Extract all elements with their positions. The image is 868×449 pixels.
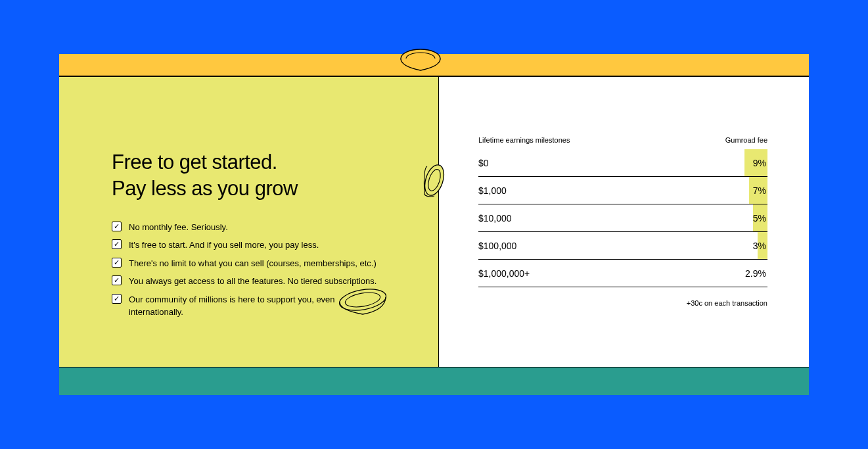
- feature-text: No monthly fee. Seriously.: [129, 221, 228, 234]
- fee-value: 2.9%: [745, 268, 767, 279]
- heading-line-2: Pay less as you grow: [112, 177, 298, 200]
- check-icon: [112, 222, 122, 231]
- bottom-stripe: [59, 367, 809, 395]
- heading-line-1: Free to get started.: [112, 151, 277, 174]
- table-header: Lifetime earnings milestones Gumroad fee: [478, 136, 767, 149]
- feature-list: No monthly fee. Seriously.It's free to s…: [112, 221, 386, 319]
- feature-item: It's free to start. And if you sell more…: [112, 239, 386, 252]
- fee-value: 5%: [753, 213, 767, 224]
- fee-value: 3%: [753, 241, 767, 251]
- top-stripe: [59, 54, 809, 76]
- content-area: Free to get started. Pay less as you gro…: [59, 76, 809, 367]
- check-icon: [112, 258, 122, 268]
- heading: Free to get started. Pay less as you gro…: [112, 149, 386, 202]
- milestone-value: $0: [478, 158, 489, 168]
- feature-item: You always get access to all the feature…: [112, 275, 386, 288]
- fee-tier-row: $10,0005%: [478, 204, 767, 232]
- milestone-value: $100,000: [478, 241, 516, 251]
- right-panel: Lifetime earnings milestones Gumroad fee…: [439, 77, 809, 367]
- fee-tier-row: $1,0007%: [478, 177, 767, 204]
- milestone-value: $1,000: [478, 185, 507, 196]
- feature-text: Our community of millions is here to sup…: [129, 293, 386, 319]
- left-panel: Free to get started. Pay less as you gro…: [59, 77, 439, 367]
- col-fee: Gumroad fee: [725, 136, 767, 144]
- feature-text: It's free to start. And if you sell more…: [129, 239, 319, 252]
- feature-text: There's no limit to what you can sell (c…: [129, 257, 377, 270]
- fee-tier-row: $09%: [478, 149, 767, 177]
- col-milestones: Lifetime earnings milestones: [478, 136, 570, 144]
- footnote: +30c on each transaction: [478, 299, 767, 307]
- check-icon: [112, 294, 122, 304]
- feature-item: No monthly fee. Seriously.: [112, 221, 386, 234]
- fee-value: 9%: [753, 158, 767, 168]
- pricing-card: Free to get started. Pay less as you gro…: [59, 54, 809, 395]
- check-icon: [112, 239, 122, 249]
- feature-item: There's no limit to what you can sell (c…: [112, 257, 386, 270]
- feature-text: You always get access to all the feature…: [129, 275, 377, 288]
- milestone-value: $10,000: [478, 213, 512, 224]
- fee-value: 7%: [753, 185, 767, 196]
- check-icon: [112, 275, 122, 285]
- fee-tier-row: $100,0003%: [478, 232, 767, 260]
- milestone-value: $1,000,000+: [478, 268, 530, 279]
- feature-item: Our community of millions is here to sup…: [112, 293, 386, 319]
- fee-table: $09%$1,0007%$10,0005%$100,0003%$1,000,00…: [478, 149, 767, 287]
- fee-tier-row: $1,000,000+2.9%: [478, 260, 767, 287]
